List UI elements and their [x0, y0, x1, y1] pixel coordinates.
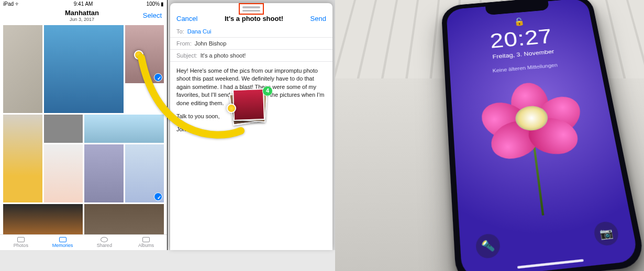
photo-thumb-11[interactable]: [84, 204, 164, 234]
display-notch: [485, 1, 549, 15]
home-indicator[interactable]: [517, 259, 584, 268]
to-value: Dana Cui: [187, 28, 212, 35]
product-photo: 🔓 20:27 Freitag, 3. November Keine älter…: [335, 0, 644, 271]
photo-thumb-9[interactable]: [125, 144, 164, 202]
to-label: To:: [176, 28, 184, 35]
photo-thumb-1[interactable]: [3, 25, 42, 113]
photos-app: iPad ᯤ 9:41 AM 100% ▮ Manhattan Jun 3, 2…: [0, 0, 168, 250]
drag-drop-cursor: [227, 104, 236, 113]
album-date: Jun 3, 2017: [21, 17, 143, 22]
photo-thumb-10[interactable]: [3, 204, 83, 234]
wallpaper-flower: [480, 78, 592, 198]
cloud-icon: [101, 237, 108, 242]
photo-thumb-8[interactable]: [84, 144, 124, 202]
flashlight-button[interactable]: 🔦: [475, 233, 501, 259]
subject-value: It's a photo shoot!: [201, 52, 246, 59]
tab-label: Shared: [97, 243, 112, 248]
tab-photos[interactable]: Photos: [0, 235, 42, 250]
photo-thumb-7[interactable]: [44, 144, 83, 202]
cancel-button[interactable]: Cancel: [176, 15, 197, 22]
from-value: John Bishop: [195, 40, 227, 47]
send-button[interactable]: Send: [310, 15, 326, 22]
message-body[interactable]: Hey! Here's some of the pics from our im…: [170, 62, 332, 144]
camera-button[interactable]: 📷: [593, 221, 620, 247]
album-title: Manhattan: [21, 9, 143, 17]
photo-thumb-5[interactable]: [44, 115, 83, 143]
photos-tab-bar: Photos Memories Shared Albums: [0, 234, 167, 250]
tab-label: Photos: [14, 243, 28, 248]
photo-thumb-2[interactable]: [44, 25, 124, 113]
photos-nav-bar: Manhattan Jun 3, 2017 Select: [0, 8, 167, 24]
tab-memories[interactable]: Memories: [42, 235, 84, 250]
to-field[interactable]: To: Dana Cui: [170, 26, 332, 38]
photo-thumb-3[interactable]: [125, 25, 164, 83]
compose-sheet: Cancel It's a photo shoot! Send To: Dana…: [170, 3, 332, 250]
albums-icon: [142, 237, 150, 242]
tab-label: Memories: [52, 243, 73, 248]
compose-title: It's a photo shoot!: [225, 15, 283, 22]
photo-thumb-4[interactable]: [3, 115, 42, 202]
drag-origin-cursor: [134, 50, 143, 60]
status-time: 9:41 AM: [74, 1, 93, 7]
drag-count-badge: 4: [262, 86, 273, 96]
memories-icon: [59, 237, 66, 242]
photos-icon: [17, 237, 25, 242]
dragged-photos-stack[interactable]: 4: [231, 89, 270, 128]
callout-highlight: [239, 3, 264, 15]
status-device: iPad ᯤ: [3, 1, 20, 7]
tab-albums[interactable]: Albums: [125, 235, 167, 250]
subject-label: Subject:: [176, 52, 197, 59]
photo-thumb-6[interactable]: [84, 115, 164, 143]
tab-shared[interactable]: Shared: [84, 235, 126, 250]
select-button[interactable]: Select: [143, 12, 162, 19]
from-field[interactable]: From: John Bishop: [170, 38, 332, 50]
subject-field[interactable]: Subject: It's a photo shoot!: [170, 50, 332, 62]
battery-icon: ▮: [161, 1, 164, 7]
tab-label: Albums: [138, 243, 154, 248]
status-battery-pct: 100%: [146, 1, 160, 7]
mail-app-panel: 🗀 ⚑ 🗑 ↩ ✎ Cancel It's a photo shoot! Sen…: [168, 0, 335, 250]
ipad-status-bar: iPad ᯤ 9:41 AM 100% ▮: [0, 0, 167, 8]
stack-card-3: [232, 88, 265, 121]
from-label: From:: [176, 40, 192, 47]
